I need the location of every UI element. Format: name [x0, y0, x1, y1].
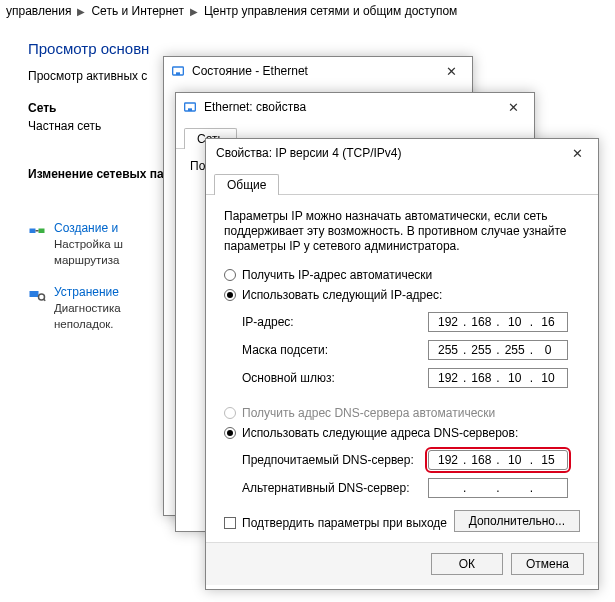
titlebar[interactable]: Ethernet: свойства ✕ — [176, 93, 534, 121]
task-desc: Диагностика — [54, 301, 121, 315]
checkbox-label: Подтвердить параметры при выходе — [242, 516, 447, 530]
window-title: Ethernet: свойства — [204, 100, 498, 114]
tab-bar: Общие — [206, 167, 598, 195]
breadcrumb: управления ▶ Сеть и Интернет ▶ Центр упр… — [0, 0, 615, 22]
radio-icon — [224, 407, 236, 419]
ethernet-icon — [170, 63, 186, 79]
svg-point-3 — [39, 294, 45, 300]
radio-ip-manual[interactable]: Использовать следующий IP-адрес: — [224, 288, 580, 302]
connection-icon — [28, 221, 46, 239]
close-icon[interactable]: ✕ — [562, 146, 592, 161]
radio-label: Получить адрес DNS-сервера автоматически — [242, 406, 495, 420]
chevron-right-icon: ▶ — [77, 6, 85, 17]
chevron-right-icon: ▶ — [190, 6, 198, 17]
label-dns1: Предпочитаемый DNS-сервер: — [242, 453, 428, 467]
svg-rect-7 — [188, 108, 192, 111]
page-title: Просмотр основн — [28, 40, 615, 57]
svg-rect-5 — [176, 72, 180, 75]
input-alternate-dns[interactable]: . . . — [428, 478, 568, 498]
radio-icon — [224, 269, 236, 281]
window-title: Состояние - Ethernet — [192, 64, 436, 78]
ok-button[interactable]: ОК — [431, 553, 503, 575]
input-preferred-dns[interactable]: 192. 168. 10. 15 — [428, 450, 568, 470]
task-title: Устранение — [54, 285, 121, 299]
dialog-buttons: ОК Отмена — [206, 542, 598, 585]
input-ip-address[interactable]: 192. 168. 10. 16 — [428, 312, 568, 332]
input-gateway[interactable]: 192. 168. 10. 10 — [428, 368, 568, 388]
radio-icon — [224, 427, 236, 439]
label-mask: Маска подсети: — [242, 343, 428, 357]
window-ipv4-properties: Свойства: IP версии 4 (TCP/IPv4) ✕ Общие… — [205, 138, 599, 590]
task-desc: неполадок. — [54, 317, 121, 331]
ethernet-icon — [182, 99, 198, 115]
intro-text: Параметры IP можно назначать автоматичес… — [224, 209, 580, 254]
cancel-button[interactable]: Отмена — [511, 553, 584, 575]
tab-general[interactable]: Общие — [214, 174, 279, 195]
svg-rect-0 — [30, 229, 36, 234]
breadcrumb-item[interactable]: Центр управления сетями и общим доступом — [204, 4, 458, 18]
svg-rect-1 — [39, 229, 45, 234]
task-desc: маршрутиза — [54, 253, 123, 267]
advanced-button[interactable]: Дополнительно... — [454, 510, 580, 532]
radio-label: Использовать следующие адреса DNS-сервер… — [242, 426, 518, 440]
label: По — [190, 159, 205, 173]
radio-label: Получить IP-адрес автоматически — [242, 268, 432, 282]
breadcrumb-item[interactable]: управления — [6, 4, 71, 18]
titlebar[interactable]: Свойства: IP версии 4 (TCP/IPv4) ✕ — [206, 139, 598, 167]
label-gateway: Основной шлюз: — [242, 371, 428, 385]
radio-label: Использовать следующий IP-адрес: — [242, 288, 442, 302]
radio-ip-auto[interactable]: Получить IP-адрес автоматически — [224, 268, 580, 282]
close-icon[interactable]: ✕ — [436, 64, 466, 79]
task-desc: Настройка ш — [54, 237, 123, 251]
task-title: Создание и — [54, 221, 123, 235]
radio-dns-auto: Получить адрес DNS-сервера автоматически — [224, 406, 580, 420]
close-icon[interactable]: ✕ — [498, 100, 528, 115]
radio-icon — [224, 289, 236, 301]
window-title: Свойства: IP версии 4 (TCP/IPv4) — [216, 146, 562, 160]
breadcrumb-item[interactable]: Сеть и Интернет — [91, 4, 183, 18]
titlebar[interactable]: Состояние - Ethernet ✕ — [164, 57, 472, 85]
radio-dns-manual[interactable]: Использовать следующие адреса DNS-сервер… — [224, 426, 580, 440]
input-subnet-mask[interactable]: 255. 255. 255. 0 — [428, 340, 568, 360]
checkbox-icon — [224, 517, 236, 529]
label-dns2: Альтернативный DNS-сервер: — [242, 481, 428, 495]
label-ip: IP-адрес: — [242, 315, 428, 329]
troubleshoot-icon — [28, 285, 46, 303]
dialog-body: Параметры IP можно назначать автоматичес… — [206, 195, 598, 542]
svg-rect-2 — [30, 291, 39, 297]
